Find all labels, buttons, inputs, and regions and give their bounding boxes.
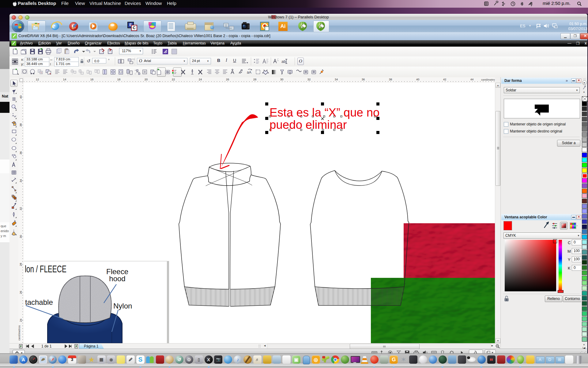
- svg-text:lon / FLEECE: lon / FLEECE: [25, 263, 66, 274]
- svg-text:ab: ab: [281, 59, 286, 64]
- svg-text:tachable: tachable: [25, 298, 53, 306]
- svg-text:aA: aA: [247, 70, 251, 75]
- svg-text:hood: hood: [109, 274, 125, 283]
- svg-text:Nylon: Nylon: [113, 302, 132, 310]
